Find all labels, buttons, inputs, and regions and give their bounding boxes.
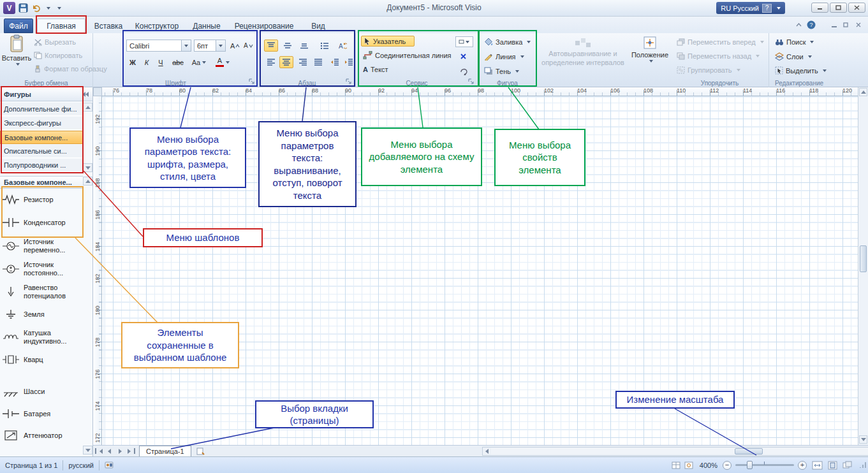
active-stencil-header[interactable]: Базовые компоне... (0, 176, 83, 189)
vertical-ruler[interactable]: 192190188186184182180178176174172 (93, 96, 102, 445)
underline-button[interactable]: Ч (154, 56, 167, 68)
qat-customize-caret[interactable] (57, 7, 61, 10)
collapse-ribbon-icon[interactable] (793, 20, 804, 30)
status-page-indicator[interactable]: Страница 1 из 1 (5, 462, 57, 469)
change-case-button[interactable]: Aa (189, 56, 209, 68)
prev-page-button[interactable] (104, 446, 115, 456)
vertical-scrollbar[interactable] (858, 87, 868, 445)
scroll-down-icon[interactable] (859, 435, 867, 444)
horizontal-scroll-thumb[interactable] (735, 448, 763, 455)
shadow-button[interactable]: Тень (482, 66, 521, 76)
font-family-caret-icon[interactable] (181, 40, 191, 51)
connection-point-button[interactable] (457, 50, 469, 62)
italic-button[interactable]: К (140, 56, 153, 68)
zoom-level[interactable]: 400% (700, 462, 717, 469)
save-icon[interactable] (18, 3, 28, 13)
last-page-button[interactable] (126, 446, 136, 456)
font-color-button[interactable]: А (213, 56, 232, 68)
view-mode-grid-icon[interactable] (672, 462, 680, 469)
doc-close-icon[interactable] (853, 20, 864, 30)
shape-master-chassis[interactable]: Шасси (1, 385, 83, 398)
grow-font-button[interactable]: А (228, 40, 242, 52)
shape-master-capacitor[interactable]: Конденсатор (1, 216, 83, 229)
font-size-combo[interactable]: 6пт (194, 40, 226, 52)
align-top-button[interactable] (264, 40, 278, 52)
connector-tool-button[interactable]: Соединительная линия (361, 50, 453, 60)
bullets-button[interactable] (318, 40, 332, 52)
horizontal-ruler[interactable]: 7678808284868890929496981001021041061081… (102, 87, 858, 96)
increase-indent-button[interactable] (342, 56, 356, 68)
stencil-item-basic-components[interactable]: Базовые компоне... (0, 131, 83, 144)
pan-zoom-icon[interactable] (684, 462, 693, 469)
tab-view[interactable]: Вид (305, 18, 332, 33)
bring-forward-button[interactable]: Переместить вперед (675, 38, 766, 47)
doc-minimize-icon[interactable] (828, 20, 840, 30)
shape-draw-dropdown[interactable] (455, 36, 473, 47)
shrink-font-button[interactable]: А (242, 40, 255, 52)
resize-grip[interactable] (858, 461, 867, 469)
vertical-scroll-thumb[interactable] (860, 245, 867, 272)
zoom-slider[interactable] (735, 464, 794, 466)
language-help-icon[interactable]: ? (762, 4, 772, 13)
stencil-item-additional[interactable]: Дополнительные фи... (0, 103, 83, 116)
line-button[interactable]: Линия (482, 52, 526, 61)
align-left-button[interactable] (264, 56, 278, 68)
shape-master-attenuator[interactable]: Аттенюатор (1, 429, 83, 442)
next-page-button[interactable] (115, 446, 126, 456)
first-page-button[interactable] (93, 446, 104, 456)
doc-restore-icon[interactable] (840, 20, 851, 30)
strikethrough-button[interactable]: abc (170, 56, 186, 68)
autoalign-button[interactable]: Автовыравнивание и определение интервало… (540, 37, 626, 68)
align-center-button[interactable] (279, 56, 293, 68)
language-indicator[interactable]: RU Русский ? (716, 2, 785, 14)
collapse-panel-icon[interactable] (82, 92, 89, 97)
visio-app-icon[interactable]: V (3, 2, 15, 14)
align-middle-button[interactable] (281, 40, 295, 52)
send-backward-button[interactable]: Переместить назад (675, 52, 761, 61)
shapes-scroll-up[interactable] (83, 177, 92, 186)
maximize-button[interactable] (830, 3, 847, 13)
decrease-indent-button[interactable] (328, 56, 342, 68)
bold-button[interactable]: Ж (126, 56, 139, 68)
position-button[interactable]: Положение (631, 36, 668, 62)
zoom-slider-thumb[interactable] (747, 461, 753, 469)
switch-windows-icon[interactable] (842, 461, 852, 469)
shape-master-resistor[interactable]: Резистор (1, 193, 83, 206)
layers-button[interactable]: Слои (773, 52, 814, 61)
help-icon[interactable]: ? (805, 20, 817, 30)
paste-button[interactable]: Вставить (3, 34, 31, 76)
stencil-scroll-up[interactable] (83, 103, 92, 112)
macro-record-icon[interactable] (105, 461, 114, 469)
undo-dropdown-caret[interactable] (47, 7, 50, 10)
shape-master-ground[interactable]: Земля (1, 308, 83, 321)
fill-button[interactable]: Заливка (482, 37, 533, 47)
shape-master-battery[interactable]: Батарея (1, 407, 83, 420)
tab-home[interactable]: Главная (37, 18, 85, 33)
whole-page-icon[interactable] (828, 461, 837, 470)
shape-master-potential-equality[interactable]: Равенство потенциалов (1, 284, 83, 300)
pointer-tool-button[interactable]: Указатель (361, 36, 415, 47)
zoom-out-button[interactable]: − (723, 461, 732, 470)
freeform-tool-button[interactable] (457, 65, 469, 77)
page-tab-active[interactable]: Страница-1 (139, 446, 191, 456)
insert-page-icon[interactable] (195, 446, 206, 456)
scroll-up-icon[interactable] (859, 88, 867, 96)
minimize-button[interactable] (811, 3, 828, 13)
shapes-scroll-down[interactable] (83, 446, 92, 455)
stencil-item-semiconductors[interactable]: Полупроводники ... (0, 159, 83, 172)
shape-master-inductor[interactable]: Катушка индуктивно... (1, 329, 83, 345)
zoom-in-button[interactable]: + (798, 461, 807, 470)
justify-button[interactable] (311, 56, 325, 68)
find-button[interactable]: Поиск (773, 38, 816, 47)
shape-master-dc-source[interactable]: Источник постоянно... (1, 261, 83, 277)
cut-button[interactable]: Вырезать (32, 38, 78, 47)
font-size-caret-icon[interactable] (216, 40, 225, 51)
shape-master-crystal[interactable]: Кварц (1, 353, 83, 366)
status-language[interactable]: русский (68, 462, 93, 469)
stencil-item-descriptive[interactable]: Описательные си... (0, 145, 83, 158)
stencil-scroll-down[interactable] (83, 163, 92, 172)
shape-master-ac-source[interactable]: Источник переменно... (1, 238, 83, 254)
tab-file[interactable]: Файл (4, 18, 33, 33)
stencil-item-quick[interactable]: Экспресс-фигуры (0, 117, 83, 130)
text-tool-button[interactable]: А Текст (361, 65, 390, 74)
